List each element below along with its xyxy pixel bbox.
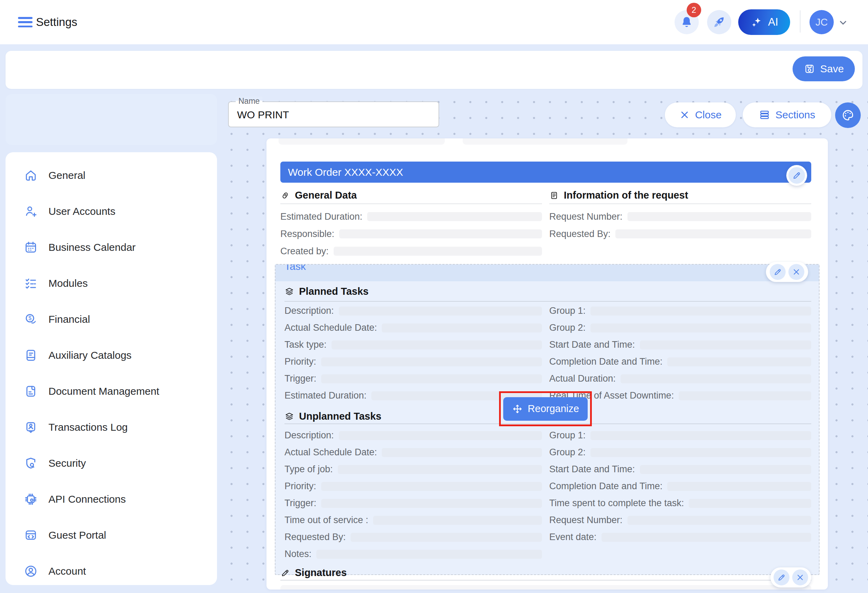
sidebar-item-label: Business Calendar <box>49 242 136 253</box>
theme-button[interactable] <box>835 102 861 128</box>
task-section-header-band: Task <box>276 265 819 281</box>
edit-task-section-button[interactable] <box>770 264 785 280</box>
planned-tasks-header: Planned Tasks <box>285 286 369 297</box>
remove-signatures-button[interactable] <box>792 569 808 586</box>
sidebar-item-financial[interactable]: $ Financial <box>6 301 217 337</box>
sections-icon <box>759 109 771 121</box>
field-placeholder <box>338 465 542 474</box>
field-row-actual-duration: Actual Duration: <box>549 370 811 387</box>
ai-assistant-button[interactable]: AI <box>738 9 790 35</box>
unplanned-tasks-header: Unplanned Tasks <box>285 411 381 422</box>
field-label: Event date: <box>549 532 597 543</box>
page-title: Settings <box>36 15 77 29</box>
field-label: Group 2: <box>549 322 586 333</box>
sidebar-item-modules[interactable]: Modules <box>6 266 217 301</box>
name-input[interactable] <box>236 102 432 127</box>
field-label: Type of job: <box>285 464 333 475</box>
pencil-icon <box>280 568 290 578</box>
sidebar-item-label: Guest Portal <box>49 530 106 541</box>
sidebar-item-label: Auxiliary Catalogs <box>49 350 131 361</box>
sidebar-item-general[interactable]: General <box>6 158 217 193</box>
field-placeholder <box>627 516 811 525</box>
field-placeholder <box>616 229 811 238</box>
field-row-estimated-duration: Estimated Duration: <box>280 208 542 225</box>
svg-text:$: $ <box>28 315 31 321</box>
signatures-section-actions <box>771 567 811 587</box>
sidebar-item-document-management[interactable]: Document Management <box>6 373 217 409</box>
sidebar-item-icon <box>24 420 38 435</box>
field-placeholder <box>321 482 542 491</box>
sections-button[interactable]: Sections <box>743 102 831 127</box>
field-placeholder <box>590 448 811 457</box>
field-label: Task type: <box>285 339 327 350</box>
document-lines-icon <box>549 190 559 200</box>
sidebar-item-label: API Connections <box>49 493 125 505</box>
sidebar-item-transactions-log[interactable]: Transactions Log <box>6 409 217 445</box>
planned-tasks-right-fields: Group 1: Group 2: Start Date and Time: C… <box>549 302 811 404</box>
edit-title-button[interactable] <box>786 165 807 186</box>
field-label: Request Number: <box>549 211 623 222</box>
sidebar-item-business-calendar[interactable]: Business Calendar <box>6 229 217 266</box>
field-label: Description: <box>285 305 334 316</box>
field-label: Group 2: <box>549 447 586 458</box>
field-placeholder <box>627 212 811 221</box>
save-button[interactable]: Save <box>793 56 855 81</box>
field-label: Start Date and Time: <box>549 339 635 350</box>
field-row-notes: Notes: <box>285 546 542 562</box>
reorganize-button[interactable]: Reorganize <box>503 397 588 421</box>
sidebar-item-security[interactable]: Security <box>6 445 217 481</box>
field-label: Requested By: <box>549 229 611 239</box>
field-row-event-date: Event date: <box>549 529 811 546</box>
notification-count-badge: 2 <box>686 3 701 17</box>
remove-task-section-button[interactable] <box>788 264 804 280</box>
sidebar-item-user-accounts[interactable]: User Accounts <box>6 193 217 229</box>
launch-button[interactable] <box>707 10 731 34</box>
sidebar-item-icon <box>24 276 38 291</box>
field-row-group-1: Group 1: <box>549 427 811 444</box>
planned-tasks-left-fields: Description: Actual Schedule Date: Task … <box>285 302 542 404</box>
field-placeholder <box>620 374 811 384</box>
sidebar-item-api-connections[interactable]: API Connections <box>6 481 217 517</box>
work-order-title-bar[interactable]: Work Order XXXX-XXXX <box>280 162 811 183</box>
user-avatar[interactable]: JC <box>809 10 834 34</box>
sidebar-item-account[interactable]: Account <box>6 553 217 585</box>
unplanned-tasks-left-fields: Description: Actual Schedule Date: Type … <box>285 427 542 562</box>
top-header: Settings 2 AI JC <box>0 0 868 44</box>
field-placeholder <box>351 533 542 542</box>
work-order-title: Work Order XXXX-XXXX <box>288 167 403 178</box>
field-placeholder <box>316 550 542 559</box>
general-data-fields: Estimated Duration: Responsible: Created… <box>280 208 542 260</box>
field-label: Requested By: <box>285 532 346 543</box>
field-row-actual-schedule-date: Actual Schedule Date: <box>285 444 542 461</box>
sidebar-item-auxiliary-catalogs[interactable]: Auxiliary Catalogs <box>6 337 217 373</box>
field-row-request-number: Request Number: <box>549 208 811 225</box>
field-label: Actual Schedule Date: <box>285 447 377 458</box>
settings-sidebar: General User Accounts Business Calendar … <box>6 152 217 585</box>
divider <box>549 204 811 204</box>
field-placeholder <box>640 341 811 350</box>
unplanned-tasks-right-fields: Group 1: Group 2: Start Date and Time: C… <box>549 427 811 546</box>
sidebar-item-label: Security <box>49 457 86 469</box>
bell-icon <box>680 15 694 29</box>
sidebar-item-icon <box>24 348 38 363</box>
field-row-completion-date-and-time: Completion Date and Time: <box>549 478 811 495</box>
chevron-down-icon[interactable] <box>837 16 849 29</box>
sidebar-item-guest-portal[interactable]: Guest Portal <box>6 517 217 553</box>
field-placeholder <box>640 465 811 474</box>
reorganize-highlight-box: Reorganize <box>499 391 592 426</box>
field-label: Estimated Duration: <box>280 211 362 222</box>
field-label: Request Number: <box>549 515 623 525</box>
field-row-group-2: Group 2: <box>549 444 811 461</box>
sections-label: Sections <box>775 109 815 121</box>
edit-signatures-button[interactable] <box>774 569 790 586</box>
field-row-type-of-job: Type of job: <box>285 461 542 478</box>
pencil-icon <box>777 573 786 582</box>
field-label: Actual Duration: <box>549 373 616 384</box>
hamburger-menu-icon[interactable] <box>18 17 32 27</box>
request-info-header: Information of the request <box>549 190 688 201</box>
field-label: Time out of service : <box>285 515 368 525</box>
sidebar-item-label: General <box>49 170 86 181</box>
field-placeholder <box>321 374 542 384</box>
tag-icon <box>280 190 290 200</box>
close-button[interactable]: Close <box>665 102 736 127</box>
